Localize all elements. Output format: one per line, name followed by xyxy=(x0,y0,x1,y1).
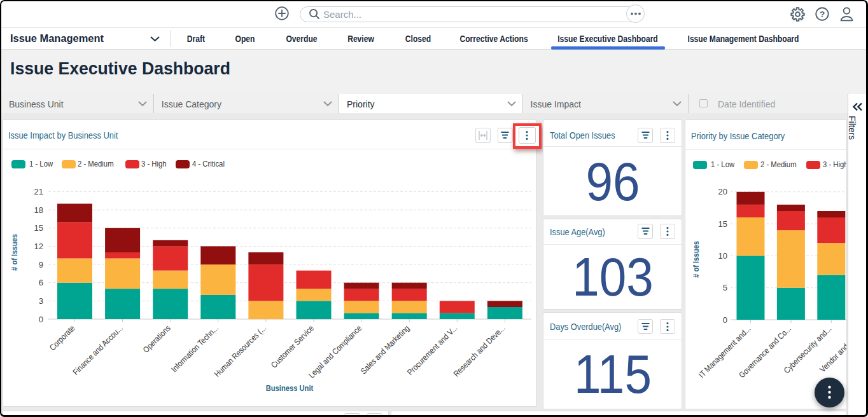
svg-text:Information Techn...: Information Techn... xyxy=(169,324,220,374)
svg-text:Corporate: Corporate xyxy=(48,324,77,353)
svg-text:15: 15 xyxy=(718,219,727,229)
svg-text:Finance and Accou...: Finance and Accou... xyxy=(71,324,124,377)
svg-text:Human Resources (...: Human Resources (... xyxy=(213,324,268,379)
svg-text:# of Issues: # of Issues xyxy=(691,241,701,278)
svg-text:5: 5 xyxy=(723,283,727,292)
svg-text:21: 21 xyxy=(34,187,43,196)
svg-text:Customer Service: Customer Service xyxy=(269,324,316,370)
svg-text:# of Issues: # of Issues xyxy=(10,234,19,271)
svg-text:Legal and Compliance: Legal and Compliance xyxy=(307,324,363,380)
svg-text:10: 10 xyxy=(718,251,727,261)
svg-text:6: 6 xyxy=(39,278,43,287)
svg-text:Vendor and...: Vendor and... xyxy=(818,338,846,374)
svg-text:Business Unit: Business Unit xyxy=(266,383,314,393)
svg-text:15: 15 xyxy=(34,223,43,233)
svg-text:?: ? xyxy=(820,10,825,19)
svg-text:3: 3 xyxy=(39,296,43,306)
svg-text:20: 20 xyxy=(718,187,727,196)
svg-text:9: 9 xyxy=(39,260,43,270)
svg-text:12: 12 xyxy=(34,242,43,251)
svg-text:Research and Deve...: Research and Deve... xyxy=(451,324,507,379)
svg-text:Operations: Operations xyxy=(141,323,173,355)
svg-text:0: 0 xyxy=(723,315,727,325)
svg-text:18: 18 xyxy=(34,205,43,215)
svg-text:0: 0 xyxy=(39,315,43,324)
svg-text:Procurement and V...: Procurement and V... xyxy=(405,324,459,378)
svg-text:Sales and Marketing: Sales and Marketing xyxy=(359,324,412,376)
